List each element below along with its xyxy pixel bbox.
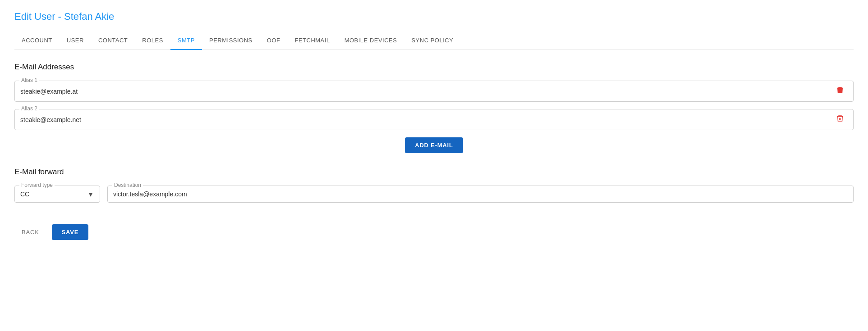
tab-roles[interactable]: ROLES xyxy=(135,32,170,50)
page-title: Edit User - Stefan Akie xyxy=(14,11,854,23)
alias-1-label: Alias 1 xyxy=(19,77,39,83)
destination-label: Destination xyxy=(112,182,143,188)
tab-permissions[interactable]: PERMISSIONS xyxy=(202,32,260,50)
alias-1-input[interactable] xyxy=(20,88,829,95)
footer-actions: BACK SAVE xyxy=(14,224,854,240)
email-aliases-list: Alias 1 Alias 2 xyxy=(14,81,854,130)
delete-alias-1-button[interactable] xyxy=(832,86,848,97)
destination-field: Destination xyxy=(107,186,854,203)
tab-contact[interactable]: CONTACT xyxy=(91,32,135,50)
forward-type-select-wrapper: CC BCC Redirect ▾ xyxy=(20,190,94,198)
forward-type-select[interactable]: CC BCC Redirect xyxy=(20,190,94,198)
alias-2-label: Alias 2 xyxy=(19,105,39,112)
tab-mobile-devices[interactable]: MOBILE DEVICES xyxy=(337,32,404,50)
delete-alias-2-button[interactable] xyxy=(832,114,848,125)
tab-account[interactable]: ACCOUNT xyxy=(14,32,60,50)
tab-smtp[interactable]: SMTP xyxy=(170,32,202,50)
tab-user[interactable]: USER xyxy=(60,32,91,50)
forward-type-field: Forward type CC BCC Redirect ▾ xyxy=(14,186,100,203)
trash-icon-2 xyxy=(836,114,844,123)
trash-icon xyxy=(836,86,844,95)
alias-2-field: Alias 2 xyxy=(14,109,854,130)
forward-type-group: Forward type CC BCC Redirect ▾ xyxy=(14,186,100,210)
alias-1-field: Alias 1 xyxy=(14,81,854,102)
tab-oof[interactable]: OOF xyxy=(260,32,288,50)
add-email-button[interactable]: ADD E-MAIL xyxy=(405,137,463,153)
tabs-nav: ACCOUNT USER CONTACT ROLES SMTP PERMISSI… xyxy=(14,32,854,50)
email-forward-row: Forward type CC BCC Redirect ▾ Destinati… xyxy=(14,186,854,210)
forward-type-label: Forward type xyxy=(19,182,55,188)
add-email-row: ADD E-MAIL xyxy=(14,137,854,153)
back-button[interactable]: BACK xyxy=(14,224,46,240)
destination-input[interactable] xyxy=(113,190,848,198)
alias-2-input[interactable] xyxy=(20,116,829,123)
email-forward-title: E-Mail forward xyxy=(14,168,854,177)
save-button[interactable]: SAVE xyxy=(52,224,89,240)
tab-sync-policy[interactable]: SYNC POLICY xyxy=(404,32,460,50)
destination-group: Destination xyxy=(107,186,854,210)
email-addresses-title: E-Mail Addresses xyxy=(14,63,854,72)
tab-fetchmail[interactable]: FETCHMAIL xyxy=(287,32,337,50)
